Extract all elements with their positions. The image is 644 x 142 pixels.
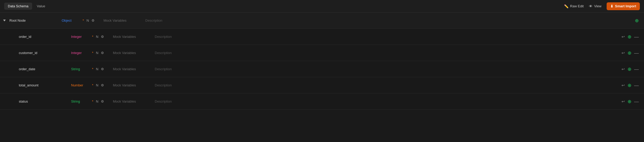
nullable-flag: N: [87, 19, 89, 22]
status-required-icon: *: [92, 99, 93, 103]
total_amount-reply-icon[interactable]: ↩: [622, 83, 625, 87]
customer_id-add-icon[interactable]: ⊕: [628, 51, 631, 55]
customer_id-type: Integer: [71, 51, 92, 55]
root-description[interactable]: Description: [145, 19, 635, 22]
child-rows-container: order_id Integer * N ⚙ Mock Variables De…: [0, 29, 644, 110]
customer_id-flags: * N ⚙: [92, 51, 113, 55]
raw-edit-button[interactable]: ✏️ Raw Edit: [564, 4, 584, 8]
smart-import-button[interactable]: ⬇ Smart Import: [607, 2, 640, 10]
total_amount-flags: * N ⚙: [92, 83, 113, 87]
customer_id-gear-icon[interactable]: ⚙: [101, 51, 104, 55]
status-flags: * N ⚙: [92, 99, 113, 103]
customer_id-field-name: customer_id: [19, 51, 71, 55]
status-add-icon[interactable]: ⊕: [628, 99, 631, 104]
required-star-icon: *: [83, 19, 84, 22]
chevron-down-icon[interactable]: [3, 20, 6, 21]
schema-row-order_id: order_id Integer * N ⚙ Mock Variables De…: [0, 29, 644, 45]
status-mock[interactable]: Mock Variables: [113, 99, 155, 103]
edit-icon: ✏️: [564, 4, 568, 8]
root-node-name: Root Node: [9, 19, 62, 22]
total_amount-add-icon[interactable]: ⊕: [628, 83, 631, 88]
schema-row-order_date: order_date String * N ⚙ Mock Variables D…: [0, 61, 644, 77]
expand-root[interactable]: [3, 20, 9, 21]
total_amount-field-name: total_amount: [19, 83, 71, 87]
view-button[interactable]: 👁 View: [589, 4, 601, 8]
status-reply-icon[interactable]: ↩: [622, 99, 625, 103]
order_id-gear-icon[interactable]: ⚙: [101, 35, 104, 39]
tab-data-schema[interactable]: Data Schema: [4, 3, 32, 10]
order_date-field-name: order_date: [19, 67, 71, 71]
root-mock[interactable]: Mock Variables: [104, 19, 145, 22]
order_date-add-icon[interactable]: ⊕: [628, 67, 631, 72]
root-node-flags: * N ⚙: [83, 19, 104, 22]
status-actions: ↩ ⊕ —: [622, 99, 641, 104]
customer_id-type-label: Integer: [71, 51, 82, 55]
toolbar-actions: ✏️ Raw Edit 👁 View ⬇ Smart Import: [564, 2, 640, 10]
schema-row-total_amount: total_amount Number * N ⚙ Mock Variables…: [0, 77, 644, 93]
root-node-row: Root Node Object * N ⚙ Mock Variables De…: [0, 13, 644, 29]
order_id-type: Integer: [71, 35, 92, 39]
tab-group: Data Schema Value: [4, 3, 49, 10]
status-type: String: [71, 99, 92, 103]
view-label: View: [594, 4, 601, 8]
status-description[interactable]: Description: [155, 99, 622, 103]
order_date-nullable-flag: N: [96, 67, 98, 71]
raw-edit-label: Raw Edit: [570, 4, 584, 8]
order_id-actions: ↩ ⊕ —: [622, 34, 641, 39]
order_date-actions: ↩ ⊕ —: [622, 67, 641, 72]
total_amount-nullable-flag: N: [96, 83, 98, 87]
customer_id-required-icon: *: [92, 51, 93, 55]
status-nullable-flag: N: [96, 99, 98, 103]
toolbar: Data Schema Value ✏️ Raw Edit 👁 View ⬇ S…: [0, 0, 644, 13]
eye-icon: 👁: [589, 4, 593, 8]
schema-row-status: status String * N ⚙ Mock Variables Descr…: [0, 93, 644, 110]
order_date-flags: * N ⚙: [92, 67, 113, 71]
total_amount-required-icon: *: [92, 83, 93, 87]
add-icon[interactable]: ⊕: [635, 18, 639, 23]
gear-icon[interactable]: ⚙: [91, 19, 95, 22]
total_amount-type-label: Number: [71, 83, 83, 87]
order_id-reply-icon[interactable]: ↩: [622, 35, 625, 39]
order_date-reply-icon[interactable]: ↩: [622, 67, 625, 71]
total_amount-remove-icon[interactable]: —: [634, 83, 639, 88]
root-actions: ⊕: [635, 18, 641, 23]
order_date-required-icon: *: [92, 67, 93, 71]
customer_id-nullable-flag: N: [96, 51, 98, 55]
customer_id-description[interactable]: Description: [155, 51, 622, 55]
root-type-label: Object: [62, 19, 72, 22]
total_amount-mock[interactable]: Mock Variables: [113, 83, 155, 87]
status-gear-icon[interactable]: ⚙: [101, 99, 104, 103]
tab-value[interactable]: Value: [33, 3, 49, 10]
order_date-mock[interactable]: Mock Variables: [113, 67, 155, 71]
customer_id-reply-icon[interactable]: ↩: [622, 51, 625, 55]
order_date-description[interactable]: Description: [155, 67, 622, 71]
order_date-type: String: [71, 67, 92, 71]
order_id-type-label: Integer: [71, 35, 82, 39]
smart-import-label: Smart Import: [615, 4, 636, 8]
total_amount-description[interactable]: Description: [155, 83, 622, 87]
order_date-remove-icon[interactable]: —: [634, 67, 639, 72]
total_amount-gear-icon[interactable]: ⚙: [101, 83, 104, 87]
order_date-gear-icon[interactable]: ⚙: [101, 67, 104, 71]
customer_id-mock[interactable]: Mock Variables: [113, 51, 155, 55]
order_id-field-name: order_id: [19, 35, 71, 39]
order_id-nullable-flag: N: [96, 35, 98, 39]
customer_id-remove-icon[interactable]: —: [634, 51, 639, 55]
customer_id-actions: ↩ ⊕ —: [622, 51, 641, 55]
status-remove-icon[interactable]: —: [634, 99, 639, 104]
order_id-required-icon: *: [92, 35, 93, 39]
order_id-flags: * N ⚙: [92, 35, 113, 39]
total_amount-actions: ↩ ⊕ —: [622, 83, 641, 88]
schema-row-customer_id: customer_id Integer * N ⚙ Mock Variables…: [0, 45, 644, 61]
status-type-label: String: [71, 99, 80, 103]
status-field-name: status: [19, 99, 71, 103]
order_id-remove-icon[interactable]: —: [634, 34, 639, 39]
order_date-type-label: String: [71, 67, 80, 71]
import-icon: ⬇: [610, 4, 613, 8]
root-node-type: Object: [62, 19, 83, 22]
total_amount-type: Number: [71, 83, 92, 87]
order_id-mock[interactable]: Mock Variables: [113, 35, 155, 39]
order_id-add-icon[interactable]: ⊕: [628, 34, 631, 39]
order_id-description[interactable]: Description: [155, 35, 622, 39]
